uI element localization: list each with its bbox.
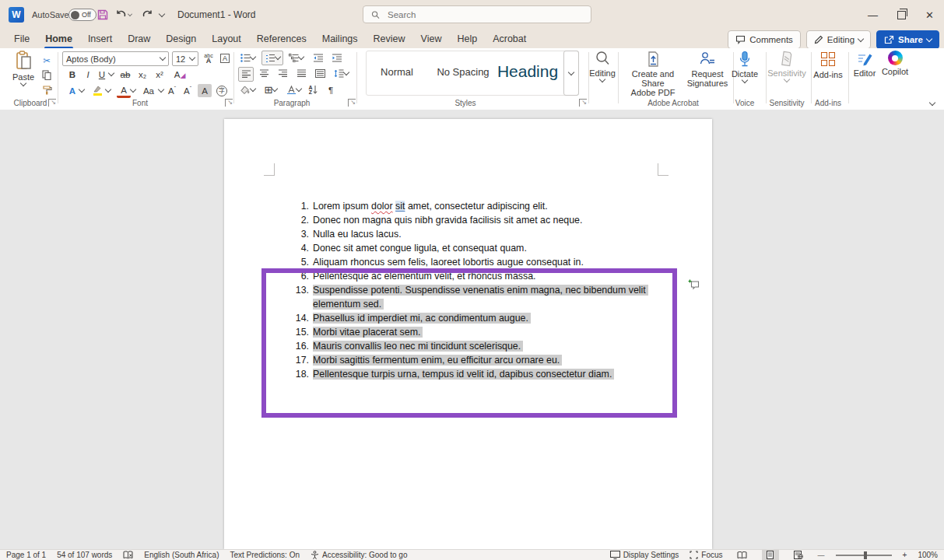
- collapse-ribbon-button[interactable]: [929, 100, 935, 106]
- tab-mailings[interactable]: Mailings: [314, 30, 366, 47]
- style-heading[interactable]: Heading: [497, 51, 559, 92]
- paste-button[interactable]: Paste: [12, 51, 34, 86]
- superscript-button[interactable]: x²: [153, 68, 167, 81]
- copilot-button[interactable]: Copilot: [879, 51, 911, 76]
- sort-button[interactable]: AZ: [305, 83, 321, 96]
- align-right-button[interactable]: [275, 67, 290, 80]
- phonetic-guide-button[interactable]: abcA: [201, 51, 216, 65]
- highlight-dropdown[interactable]: [104, 84, 112, 97]
- zoom-out-button[interactable]: —: [818, 551, 825, 559]
- tab-references[interactable]: References: [249, 30, 314, 47]
- font-size-combo[interactable]: 12: [172, 51, 198, 66]
- style-normal[interactable]: Normal: [372, 51, 422, 92]
- tab-view[interactable]: View: [413, 30, 450, 47]
- request-signatures-button[interactable]: Request Signatures: [685, 51, 730, 88]
- align-center-button[interactable]: [257, 67, 271, 80]
- minimize-button[interactable]: —: [858, 0, 887, 30]
- line-spacing-button[interactable]: [332, 67, 350, 80]
- page-indicator[interactable]: Page 1 of 1: [6, 551, 46, 559]
- styles-dialog-launcher[interactable]: ↘: [579, 99, 587, 107]
- close-button[interactable]: ✕: [915, 0, 944, 30]
- format-painter-button[interactable]: [40, 83, 54, 96]
- change-case-dropdown[interactable]: [157, 84, 165, 97]
- share-button[interactable]: Share: [876, 30, 939, 49]
- word-count[interactable]: 54 of 107 words: [57, 551, 112, 559]
- copy-button[interactable]: [40, 68, 54, 82]
- font-color-dropdown[interactable]: [129, 84, 137, 97]
- save-button[interactable]: [93, 5, 113, 24]
- editing-group-button[interactable]: Editing: [587, 51, 618, 82]
- style-no-spacing[interactable]: No Spacing: [434, 51, 492, 92]
- grow-font-button[interactable]: Aˆ: [165, 84, 179, 97]
- tab-insert[interactable]: Insert: [80, 30, 120, 47]
- zoom-level[interactable]: 100%: [918, 551, 938, 559]
- multilevel-list-button[interactable]: [286, 51, 305, 65]
- tab-layout[interactable]: Layout: [204, 30, 249, 47]
- focus-button[interactable]: Focus: [690, 551, 722, 559]
- read-mode-button[interactable]: [734, 550, 751, 560]
- justify-button[interactable]: [294, 67, 308, 80]
- tab-acrobat[interactable]: Acrobat: [485, 30, 534, 47]
- text-predictions[interactable]: Text Predictions: On: [230, 551, 300, 559]
- borders-button[interactable]: ⊞: [261, 83, 280, 96]
- font-name-combo[interactable]: Aptos (Body): [62, 51, 169, 66]
- clipboard-dialog-launcher[interactable]: ↘: [48, 99, 56, 107]
- proofing-status[interactable]: [123, 551, 133, 559]
- shrink-font-button[interactable]: Aˇ: [181, 84, 195, 97]
- addins-button[interactable]: Add-ins: [811, 51, 845, 79]
- word-logo-icon[interactable]: W: [9, 7, 24, 23]
- add-comment-button[interactable]: [688, 279, 700, 290]
- shading-button[interactable]: [238, 83, 257, 96]
- underline-dropdown[interactable]: [107, 68, 115, 81]
- enclose-characters-button[interactable]: 字: [215, 84, 229, 97]
- strikethrough-button[interactable]: ab: [118, 68, 132, 81]
- editing-mode-button[interactable]: Editing: [806, 30, 871, 49]
- highlight-button[interactable]: [90, 84, 104, 97]
- tab-design[interactable]: Design: [158, 30, 204, 47]
- tab-home[interactable]: Home: [37, 30, 80, 47]
- clear-formatting-button[interactable]: A◢: [173, 68, 187, 81]
- print-layout-button[interactable]: [762, 550, 779, 560]
- quick-access-more-button[interactable]: [155, 5, 169, 24]
- show-hide-marks-button[interactable]: ¶: [324, 83, 338, 96]
- asian-layout-button[interactable]: [285, 83, 302, 96]
- tab-file[interactable]: File: [6, 30, 37, 47]
- bold-button[interactable]: B: [65, 68, 79, 81]
- comments-button[interactable]: Comments: [728, 30, 801, 49]
- undo-button[interactable]: [111, 5, 136, 24]
- zoom-slider-thumb[interactable]: [864, 551, 867, 559]
- character-shading-button[interactable]: A: [198, 84, 212, 97]
- character-border-button[interactable]: A: [218, 51, 232, 65]
- search-box[interactable]: [363, 5, 591, 23]
- document-page[interactable]: 1. Lorem ipsum dolor sit amet, consectet…: [224, 119, 712, 549]
- decrease-indent-button[interactable]: [311, 51, 325, 65]
- text-effects-dropdown[interactable]: [78, 84, 86, 97]
- web-layout-button[interactable]: [790, 550, 807, 560]
- dictate-button[interactable]: Dictate: [728, 51, 761, 82]
- numbering-button[interactable]: [261, 51, 283, 65]
- search-input[interactable]: [386, 9, 583, 20]
- display-settings-button[interactable]: Display Settings: [610, 551, 679, 559]
- styles-more-button[interactable]: [563, 51, 579, 96]
- sensitivity-button[interactable]: Sensitivity: [766, 51, 808, 82]
- zoom-slider[interactable]: [836, 555, 892, 556]
- italic-button[interactable]: I: [81, 68, 95, 81]
- tab-draw[interactable]: Draw: [120, 30, 158, 47]
- change-case-button[interactable]: Aa: [140, 84, 157, 97]
- tab-help[interactable]: Help: [449, 30, 485, 47]
- restore-button[interactable]: [887, 0, 916, 30]
- distribute-button[interactable]: [313, 67, 327, 80]
- cut-button[interactable]: ✂: [40, 54, 54, 67]
- bullets-button[interactable]: [238, 51, 257, 65]
- font-dialog-launcher[interactable]: ↘: [225, 99, 233, 107]
- create-share-pdf-button[interactable]: Create and Share Adobe PDF: [623, 51, 683, 97]
- increase-indent-button[interactable]: [330, 51, 344, 65]
- editor-button[interactable]: Editor: [850, 51, 879, 78]
- paragraph-dialog-launcher[interactable]: ↘: [348, 99, 356, 107]
- subscript-button[interactable]: x₂: [135, 68, 149, 81]
- align-left-button[interactable]: [238, 67, 254, 82]
- tab-review[interactable]: Review: [366, 30, 413, 47]
- language-indicator[interactable]: English (South Africa): [144, 551, 219, 559]
- accessibility-status[interactable]: Accessibility: Good to go: [311, 551, 408, 559]
- zoom-in-button[interactable]: +: [903, 551, 907, 559]
